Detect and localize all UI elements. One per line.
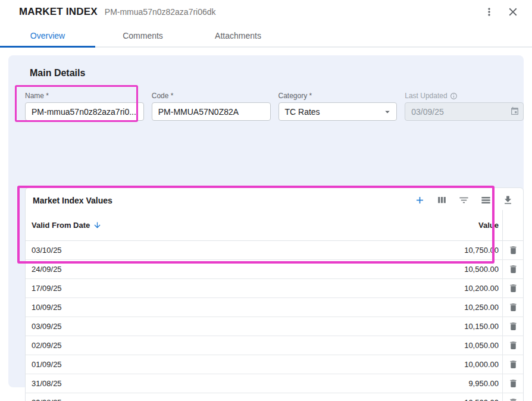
main-details-fields: Name * Code * Category * TC Rates Last U… [25,92,524,121]
last-updated-input [405,102,524,121]
valid-from-date-cell: 02/09/25 [26,336,324,355]
grid-header-row: Valid From Date Value [26,210,523,241]
dialog-subtitle: PM-mmua57n0z82aza7ri06dk [105,7,216,17]
row-actions [502,355,523,374]
category-selected-value: TC Rates [285,107,320,117]
grid-title: Market Index Values [33,196,112,205]
category-select[interactable]: TC Rates [278,102,398,121]
value-cell: 10,500.00 [324,260,502,278]
tab-bar: Overview Comments Attachments [0,24,532,48]
market-index-values-grid: Market Index Values [25,187,524,401]
sort-desc-icon [93,221,102,230]
chevron-down-icon [382,106,393,117]
export-button[interactable] [500,193,515,208]
tab-comments[interactable]: Comments [95,24,190,48]
trash-icon [508,283,518,293]
tab-overview[interactable]: Overview [0,24,95,48]
row-actions [502,298,523,317]
row-actions [502,374,523,393]
trash-icon [508,245,518,255]
column-header-value[interactable]: Value [324,221,502,230]
delete-row-button[interactable] [506,300,520,315]
value-cell: 10,250.00 [324,298,502,317]
table-row[interactable]: 01/09/25 10,000.00 [26,355,523,374]
delete-row-button[interactable] [506,396,520,401]
add-plus-icon [414,195,425,206]
last-updated-field-group: Last Updated [405,92,524,121]
kebab-vertical-icon [483,6,495,18]
valid-from-date-cell: 10/09/25 [26,298,324,317]
trash-icon [508,359,518,369]
last-updated-label: Last Updated [405,92,447,100]
name-input[interactable] [25,102,144,121]
value-cell: 10,750.00 [324,241,502,259]
trash-icon [508,321,518,331]
table-rows: 03/10/25 10,750.00 24/09/25 10,500.00 17… [26,241,523,401]
delete-row-button[interactable] [506,243,520,258]
delete-row-button[interactable] [506,377,520,391]
valid-from-date-cell: 03/10/25 [26,241,324,259]
table-row[interactable]: 10/09/25 10,250.00 [26,298,523,317]
name-field-group: Name * [25,92,144,121]
code-label: Code * [152,92,271,100]
trash-icon [508,264,518,274]
table-row[interactable]: 24/09/25 10,500.00 [26,260,523,279]
grid-toolbar: Market Index Values [26,188,523,210]
code-field-group: Code * [152,92,271,121]
valid-from-date-cell: 24/09/25 [26,260,324,278]
valid-from-date-cell: 17/09/25 [26,279,324,297]
valid-from-date-cell: 01/09/25 [26,355,324,374]
close-icon [506,5,520,18]
valid-from-date-cell: 03/09/25 [26,317,324,336]
trash-icon [508,340,518,350]
delete-row-button[interactable] [506,281,520,296]
valid-from-date-cell: 31/08/25 [26,374,324,393]
value-cell: 10,200.00 [324,279,502,297]
columns-button[interactable] [434,193,449,208]
info-icon [450,92,458,100]
value-cell: 10,050.00 [324,336,502,355]
dialog-title: MARKET INDEX [19,6,98,18]
table-row[interactable]: 31/08/25 9,950.00 [26,374,523,393]
main-details-heading: Main Details [30,68,515,79]
density-button[interactable] [478,193,493,208]
row-actions [502,241,523,259]
delete-row-button[interactable] [506,358,520,372]
table-row[interactable]: 03/09/25 10,150.00 [26,317,523,336]
download-icon [502,195,514,206]
tab-attachments[interactable]: Attachments [190,24,286,48]
dialog-header: MARKET INDEX PM-mmua57n0z82aza7ri06dk [0,0,532,24]
delete-row-button[interactable] [506,319,520,334]
table-row[interactable]: 02/09/25 10,050.00 [26,336,523,355]
trash-icon [508,302,518,312]
row-actions [502,317,523,336]
code-input[interactable] [152,102,271,121]
column-header-valid-from-date[interactable]: Valid From Date [26,221,324,230]
row-actions [502,393,523,401]
value-cell: 10,150.00 [324,317,502,336]
value-cell: 10,000.00 [324,355,502,374]
category-field-group: Category * TC Rates [278,92,398,121]
row-actions [502,279,523,297]
delete-row-button[interactable] [506,339,520,353]
table-row[interactable]: 17/09/25 10,200.00 [26,279,523,298]
valid-from-date-cell: 29/08/25 [26,393,324,401]
name-label: Name * [25,92,144,100]
table-row[interactable]: 03/10/25 10,750.00 [26,241,523,260]
overview-panel: Main Details Name * Code * Category * TC… [8,55,524,387]
row-actions [502,336,523,355]
column-header-actions [502,210,523,240]
category-label: Category * [278,92,398,100]
kebab-menu-button[interactable] [481,4,497,20]
trash-icon [508,378,518,389]
value-cell: 9,950.00 [324,374,502,393]
row-actions [502,260,523,278]
density-rows-icon [480,195,492,206]
delete-row-button[interactable] [506,262,520,277]
trash-icon [508,397,518,401]
table-row[interactable]: 29/08/25 10,500.00 [26,393,523,401]
filter-button[interactable] [456,193,471,208]
value-cell: 10,500.00 [324,393,502,401]
close-button[interactable] [505,4,521,20]
add-row-button[interactable] [412,193,427,208]
